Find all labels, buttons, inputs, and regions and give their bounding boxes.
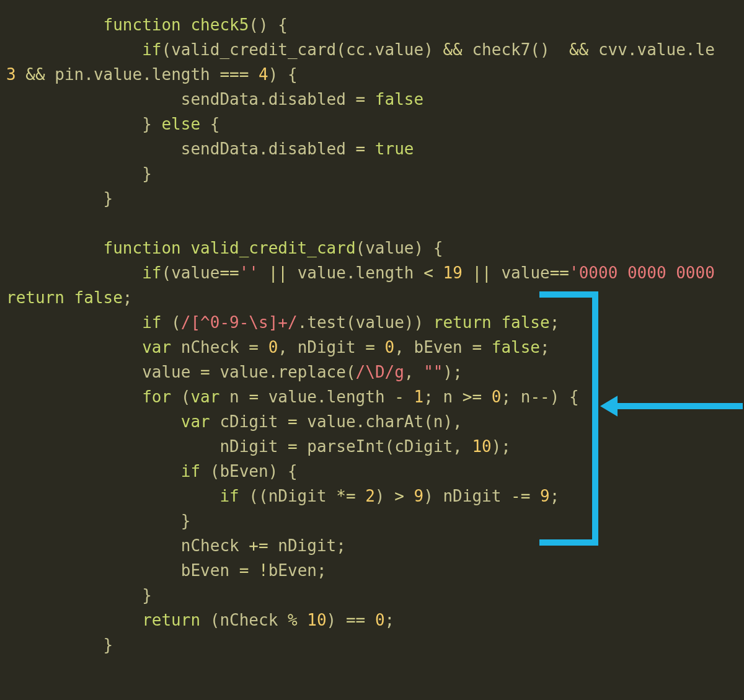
code-line: function check5() { <box>6 16 288 34</box>
code-token: ( <box>161 40 171 59</box>
code-token: var <box>181 412 210 431</box>
code-token: 1 <box>414 388 424 406</box>
code-token: = <box>249 338 259 357</box>
code-token <box>210 412 220 431</box>
code-token <box>327 487 337 505</box>
code-token: () <box>530 40 569 59</box>
code-token: ( <box>346 313 356 332</box>
code-token <box>259 388 268 406</box>
code-token: bEven <box>181 561 229 580</box>
code-token: . <box>259 90 268 109</box>
code-line: return (nCheck % 10) == 0; <box>6 611 394 629</box>
code-token: 0 <box>492 388 502 406</box>
code-token: sendData <box>181 90 259 109</box>
code-line: } <box>6 164 152 183</box>
code-token: ; <box>123 288 133 307</box>
code-token: "" <box>423 363 443 381</box>
code-token <box>365 90 375 109</box>
code-token: = <box>356 140 366 158</box>
code-token: % <box>288 611 298 629</box>
code-token: } <box>142 164 152 183</box>
code-token <box>346 140 356 158</box>
code-token: . <box>686 40 696 59</box>
code-token: ( <box>161 264 171 282</box>
code-line: 3 && pin.value.length === 4) { <box>6 65 298 84</box>
code-token: 0 <box>385 338 395 357</box>
code-token: ; <box>501 388 520 406</box>
code-token: value <box>142 363 190 381</box>
code-token: . <box>268 363 278 381</box>
code-token: '' <box>239 264 259 282</box>
code-token: == <box>219 264 239 282</box>
code-token: length <box>356 264 414 282</box>
code-token: false <box>74 288 123 307</box>
code-token: value <box>268 388 317 406</box>
code-token: == <box>550 264 569 282</box>
code-token: for <box>142 388 171 406</box>
code-line: } <box>6 189 113 208</box>
code-token: 19 <box>443 264 462 282</box>
code-token: nDigit <box>278 536 336 555</box>
code-token: nDigit <box>298 338 356 357</box>
code-token <box>588 40 598 59</box>
code-token <box>463 338 472 357</box>
code-token: = <box>288 412 298 431</box>
code-token: disabled <box>268 140 346 158</box>
code-token: || <box>268 264 288 282</box>
code-token: false <box>501 313 549 332</box>
code-line: sendData.disabled = false <box>6 90 423 109</box>
code-token <box>210 65 220 84</box>
code-line: value = value.replace(/\D/g, ""); <box>6 363 463 381</box>
code-token: -- <box>530 388 549 406</box>
code-token: nDigit <box>268 487 327 505</box>
code-token <box>219 388 229 406</box>
code-token: , <box>278 338 297 357</box>
code-token: ( <box>346 363 356 381</box>
code-token: sendData <box>181 140 259 158</box>
code-token: ; <box>423 388 443 406</box>
code-token <box>181 239 191 257</box>
code-token: ) { <box>268 462 298 481</box>
code-token: cc <box>346 40 365 59</box>
code-token: bEven <box>219 462 268 481</box>
code-line: } <box>6 512 190 530</box>
code-token: , <box>404 363 423 381</box>
code-token: *= <box>336 487 355 505</box>
code-token <box>239 388 249 406</box>
code-token: ( <box>336 40 346 59</box>
code-token: = <box>356 90 366 109</box>
code-token <box>64 288 74 307</box>
code-line: sendData.disabled = true <box>6 140 414 158</box>
code-token: value <box>94 65 142 84</box>
code-line: if(valid_credit_card(cc.value) && check7… <box>6 40 715 59</box>
code-token <box>298 611 308 629</box>
code-token <box>268 536 278 555</box>
code-token <box>171 338 181 357</box>
code-token: function <box>104 16 181 34</box>
code-token: && <box>25 65 45 84</box>
code-token: } <box>104 636 113 654</box>
code-token: ) <box>423 40 443 59</box>
code-token: bEven <box>414 338 463 357</box>
code-token: var <box>142 338 171 357</box>
code-line: function valid_credit_card(value) { <box>6 239 443 257</box>
code-token: >= <box>463 388 482 406</box>
code-token: ( <box>161 313 180 332</box>
code-token <box>346 90 356 109</box>
code-token: false <box>375 90 423 109</box>
code-token: pin <box>55 65 84 84</box>
code-line: var cDigit = value.charAt(n), <box>6 412 463 431</box>
code-token: 2 <box>365 487 375 505</box>
code-token: ; <box>550 313 560 332</box>
code-token: ; <box>540 338 550 357</box>
code-token: value <box>637 40 686 59</box>
code-token: , <box>394 338 414 357</box>
code-token: . <box>627 40 637 59</box>
code-token: cDigit <box>394 437 453 456</box>
code-line: nCheck += nDigit; <box>6 536 346 555</box>
code-token: ; <box>550 487 560 505</box>
code-token: length <box>327 388 385 406</box>
code-token: test <box>307 313 346 332</box>
code-token: bEven <box>268 561 317 580</box>
code-token: = <box>472 338 482 357</box>
